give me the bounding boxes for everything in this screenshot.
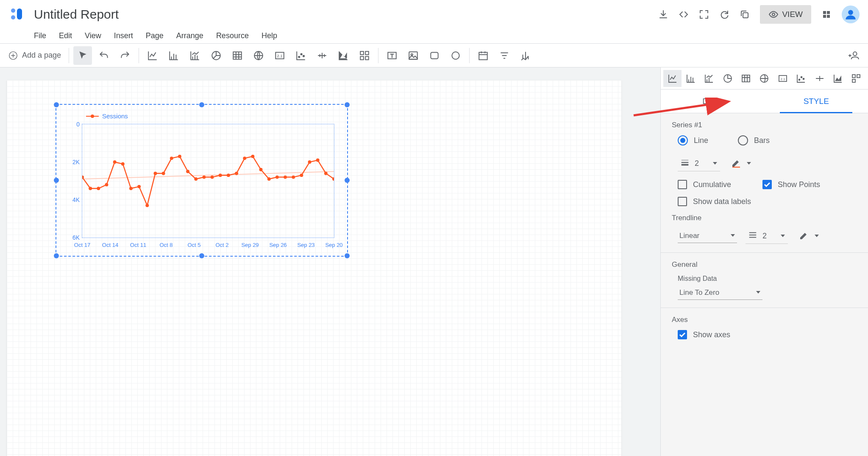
panel-scorecard-icon[interactable]: 2.1 xyxy=(773,70,792,87)
chart-plot-area: 02K4K6KOct 17Oct 14Oct 11Oct 8Oct 5Oct 2… xyxy=(82,124,334,238)
scatter-chart-icon[interactable] xyxy=(292,46,310,65)
menu-insert[interactable]: Insert xyxy=(114,31,133,40)
chart-type-picker: 2.1 xyxy=(661,67,868,90)
panel-line-chart-icon[interactable] xyxy=(663,70,682,87)
svg-rect-1 xyxy=(11,8,15,13)
chevron-down-icon xyxy=(756,288,761,297)
line-weight-icon xyxy=(680,158,690,169)
svg-rect-24 xyxy=(409,52,417,59)
panel-scatter-chart-icon[interactable] xyxy=(792,70,810,87)
menu-file[interactable]: File xyxy=(34,31,46,40)
chart-body: Sessions 02K4K6KOct 17Oct 14Oct 11Oct 8O… xyxy=(56,105,347,256)
svg-point-4 xyxy=(772,13,775,16)
svg-rect-5 xyxy=(823,11,826,14)
bar-chart-icon[interactable] xyxy=(164,46,183,65)
svg-point-33 xyxy=(97,187,100,190)
svg-rect-73 xyxy=(852,79,855,82)
svg-point-58 xyxy=(300,173,303,177)
show-points-checkbox[interactable]: Show Points xyxy=(757,180,820,189)
panel-bar-chart-icon[interactable] xyxy=(682,70,700,87)
fullscreen-icon[interactable] xyxy=(699,9,709,20)
svg-point-49 xyxy=(227,173,230,177)
add-people-icon[interactable] xyxy=(844,46,863,65)
text-box-icon[interactable] xyxy=(383,46,401,65)
panel-pie-chart-icon[interactable] xyxy=(718,70,737,87)
select-tool-icon[interactable] xyxy=(73,46,92,65)
svg-point-69 xyxy=(801,76,802,78)
area-chart-icon[interactable] xyxy=(334,46,353,65)
svg-point-29 xyxy=(853,52,857,56)
svg-point-70 xyxy=(803,78,804,79)
redo-icon[interactable] xyxy=(116,46,134,65)
line-weight-dropdown[interactable]: 2 xyxy=(678,156,720,171)
menu-edit[interactable]: Edit xyxy=(59,31,72,40)
svg-point-46 xyxy=(202,176,206,179)
panel-bullet-chart-icon[interactable] xyxy=(810,70,829,87)
tab-data[interactable]: DATA xyxy=(661,90,765,113)
scorecard-icon[interactable]: 2.1 xyxy=(270,46,289,65)
code-icon[interactable] xyxy=(679,9,689,20)
report-title[interactable]: Untitled Report xyxy=(34,7,119,22)
svg-point-55 xyxy=(275,176,279,179)
copy-icon[interactable] xyxy=(740,9,750,20)
view-button[interactable]: VIEW xyxy=(760,5,811,24)
add-page-button[interactable]: Add a page xyxy=(5,51,64,60)
series-section-label: Series #1 xyxy=(672,121,857,129)
selected-chart[interactable]: Sessions 02K4K6KOct 17Oct 14Oct 11Oct 8O… xyxy=(56,104,348,257)
cumulative-checkbox[interactable]: Cumulative xyxy=(672,180,731,189)
show-data-labels-checkbox[interactable]: Show data labels xyxy=(672,197,857,206)
svg-point-51 xyxy=(243,157,246,160)
show-axes-checkbox[interactable]: Show axes xyxy=(672,330,857,339)
svg-point-44 xyxy=(186,170,189,173)
canvas-area[interactable]: Sessions 02K4K6KOct 17Oct 14Oct 11Oct 8O… xyxy=(0,67,660,456)
panel-area-chart-icon[interactable] xyxy=(829,70,847,87)
menu-help[interactable]: Help xyxy=(262,31,277,40)
svg-rect-20 xyxy=(365,51,369,55)
table-chart-icon[interactable] xyxy=(228,46,247,65)
svg-text:2.1: 2.1 xyxy=(277,53,283,58)
svg-point-39 xyxy=(145,204,149,207)
filter-control-icon[interactable] xyxy=(495,46,514,65)
image-icon[interactable] xyxy=(404,46,423,65)
missing-data-dropdown[interactable]: Line To Zero xyxy=(678,286,762,300)
menu-view[interactable]: View xyxy=(85,31,101,40)
undo-icon[interactable] xyxy=(95,46,113,65)
svg-point-45 xyxy=(194,177,198,181)
panel-geo-chart-icon[interactable] xyxy=(755,70,773,87)
tab-style[interactable]: STYLE xyxy=(765,90,868,113)
circle-shape-icon[interactable] xyxy=(446,46,465,65)
trendline-color-picker[interactable] xyxy=(796,228,822,244)
series-type-bars-radio[interactable]: Bars xyxy=(738,135,770,145)
svg-rect-8 xyxy=(827,15,830,18)
data-control-icon[interactable] xyxy=(516,46,535,65)
panel-combo-chart-icon[interactable] xyxy=(700,70,718,87)
svg-point-53 xyxy=(259,168,263,171)
series-type-line-radio[interactable]: Line xyxy=(678,135,708,145)
chevron-down-icon xyxy=(712,159,718,168)
toolbar: Add a page 2.1 xyxy=(0,44,868,67)
user-avatar[interactable] xyxy=(842,6,860,23)
panel-table-chart-icon[interactable] xyxy=(737,70,755,87)
svg-point-61 xyxy=(324,172,328,175)
series-color-picker[interactable] xyxy=(729,156,754,171)
bullet-chart-icon[interactable] xyxy=(313,46,331,65)
menubar: File Edit View Insert Page Arrange Resou… xyxy=(0,28,868,44)
line-chart-icon[interactable] xyxy=(143,46,162,65)
menu-page[interactable]: Page xyxy=(146,31,164,40)
geo-chart-icon[interactable] xyxy=(249,46,268,65)
refresh-icon[interactable] xyxy=(719,9,729,20)
pivot-chart-icon[interactable] xyxy=(355,46,374,65)
svg-rect-74 xyxy=(732,167,740,168)
rectangle-shape-icon[interactable] xyxy=(425,46,444,65)
download-icon[interactable] xyxy=(658,9,668,20)
pie-chart-icon[interactable] xyxy=(207,46,225,65)
report-canvas[interactable]: Sessions 02K4K6KOct 17Oct 14Oct 11Oct 8O… xyxy=(7,80,621,456)
date-range-icon[interactable] xyxy=(474,46,492,65)
trendline-type-dropdown[interactable]: Linear xyxy=(678,229,737,243)
trendline-weight-dropdown[interactable]: 2 xyxy=(746,229,788,244)
menu-arrange[interactable]: Arrange xyxy=(176,31,203,40)
panel-pivot-chart-icon[interactable] xyxy=(847,70,865,87)
combo-chart-icon[interactable] xyxy=(186,46,204,65)
menu-resource[interactable]: Resource xyxy=(216,31,249,40)
grid-menu-icon[interactable] xyxy=(821,9,832,20)
